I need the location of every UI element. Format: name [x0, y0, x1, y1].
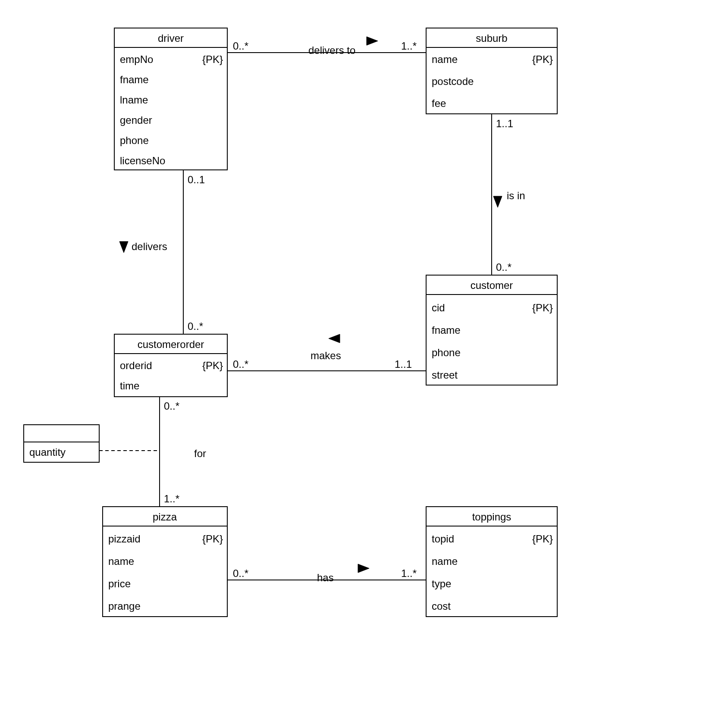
rel-for-label: for — [194, 448, 206, 459]
entity-toppings: toppings topid {PK} name type cost — [426, 507, 557, 617]
entity-driver-attr: gender — [120, 114, 152, 126]
rel-makes-m1: 0..* — [233, 358, 248, 370]
arrow-right-icon — [367, 37, 378, 45]
entity-pizza: pizza pizzaid {PK} name price prange — [103, 507, 227, 617]
entity-suburb-attr: fee — [432, 97, 446, 109]
entity-pizza-attr: name — [108, 555, 134, 567]
rel-delivers-m2: 0..* — [188, 320, 203, 332]
entity-pizza-attr: price — [108, 578, 131, 589]
rel-delivers-to-m2: 1..* — [401, 40, 417, 52]
arrow-down-icon — [119, 241, 128, 253]
rel-delivers-to-m1: 0..* — [233, 40, 248, 52]
entity-driver-attr: empNo — [120, 53, 153, 65]
entity-customerorder-attr: orderid — [120, 360, 152, 371]
rel-is-in-m1: 1..1 — [496, 118, 513, 129]
entity-customerorder-attr: time — [120, 380, 139, 392]
entity-pizza-title: pizza — [153, 511, 177, 523]
pk-tag: {PK} — [532, 533, 553, 545]
entity-assoc-attr: quantity — [29, 446, 66, 458]
entity-driver-title: driver — [158, 32, 184, 44]
entity-customer-title: customer — [471, 279, 513, 291]
er-diagram: 0..* 1..* delivers to 1..1 0..* is in 0.… — [0, 0, 728, 702]
rel-has-m1: 0..* — [233, 567, 248, 579]
entity-customerorder: customerorder orderid {PK} time — [114, 334, 227, 397]
rel-makes-label: makes — [311, 350, 341, 361]
entity-pizza-attr: prange — [108, 600, 141, 612]
entity-customerorder-title: customerorder — [138, 338, 204, 350]
entity-customer-attr: phone — [432, 347, 461, 358]
svg-rect-8 — [24, 425, 99, 442]
rel-has-m2: 1..* — [401, 567, 417, 579]
rel-for-m2: 1..* — [164, 493, 179, 505]
pk-tag: {PK} — [532, 53, 553, 65]
entity-driver-attr: licenseNo — [120, 155, 165, 166]
arrow-right-icon — [358, 564, 369, 573]
rel-is-in-label: is in — [507, 190, 525, 201]
entity-suburb-attr: name — [432, 53, 458, 65]
rel-delivers-label: delivers — [132, 241, 167, 252]
entity-pizza-attr: pizzaid — [108, 533, 141, 545]
entity-customer-attr: street — [432, 369, 458, 381]
pk-tag: {PK} — [202, 533, 223, 545]
entity-customer-attr: cid — [432, 302, 445, 313]
entity-driver-attr: fname — [120, 74, 149, 85]
rel-is-in-m2: 0..* — [496, 261, 511, 273]
entity-toppings-attr: type — [432, 578, 451, 589]
rel-delivers-m1: 0..1 — [188, 174, 205, 185]
entity-suburb: suburb name {PK} postcode fee — [426, 28, 557, 114]
rel-for-m1: 0..* — [164, 400, 179, 412]
entity-driver: driver empNo {PK} fname lname gender pho… — [114, 28, 227, 170]
pk-tag: {PK} — [532, 302, 553, 313]
entity-suburb-attr: postcode — [432, 75, 474, 87]
pk-tag: {PK} — [202, 53, 223, 65]
entity-toppings-attr: name — [432, 555, 458, 567]
entity-suburb-title: suburb — [476, 32, 507, 44]
arrow-left-icon — [329, 334, 340, 343]
pk-tag: {PK} — [202, 360, 223, 371]
rel-delivers-to-label: delivers to — [308, 44, 355, 56]
rel-makes-m2: 1..1 — [395, 358, 412, 370]
entity-customer: customer cid {PK} fname phone street — [426, 275, 557, 385]
entity-toppings-attr: cost — [432, 600, 451, 612]
entity-assoc: quantity — [24, 425, 99, 462]
entity-driver-attr: lname — [120, 94, 148, 106]
rel-has-label: has — [317, 572, 334, 583]
arrow-up-icon — [493, 196, 502, 207]
entity-toppings-attr: topid — [432, 533, 454, 545]
entity-customer-attr: fname — [432, 324, 461, 336]
entity-toppings-title: toppings — [472, 511, 511, 523]
entity-driver-attr: phone — [120, 135, 149, 146]
svg-rect-1 — [114, 47, 227, 170]
